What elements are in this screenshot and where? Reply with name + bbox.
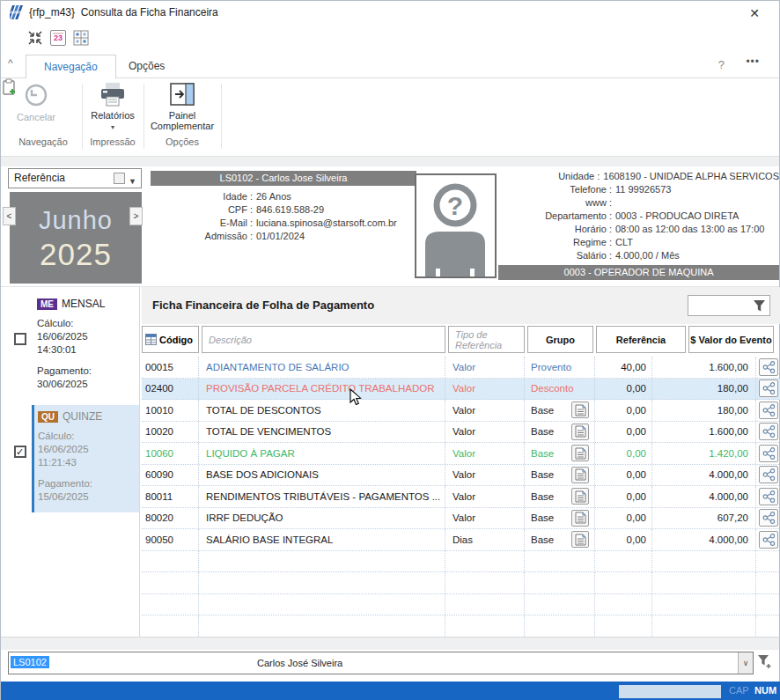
cell-codigo: 02400 — [142, 379, 199, 400]
share-icon[interactable] — [759, 531, 778, 549]
table-row[interactable]: 90050SALÁRIO BASE INTEGRALDiasBase0,004.… — [142, 529, 780, 551]
share-icon[interactable] — [759, 379, 778, 397]
cell-referencia: 0,00 — [595, 422, 652, 443]
period-body[interactable]: MEMENSALCálculo:16/06/202514:30:01Pagame… — [32, 292, 139, 400]
cancel-button[interactable]: Cancelar — [8, 82, 64, 122]
title-bar: {rfp_m43} Consulta da Ficha Financeira ✕ — [1, 1, 779, 24]
empty-cell — [445, 551, 525, 572]
share-icon[interactable] — [759, 445, 778, 462]
collapse-ribbon-icon[interactable] — [27, 30, 43, 46]
period-body[interactable]: QUQUINZECálculo:16/06/202511:21:43Pagame… — [32, 405, 139, 512]
calculator-icon[interactable] — [73, 30, 89, 46]
share-icon[interactable] — [759, 423, 778, 440]
grupo-label: Base — [531, 448, 554, 459]
collapse-panel-icon[interactable]: ^ — [8, 57, 13, 70]
period-item[interactable]: MEMENSALCálculo:16/06/202514:30:01Pagame… — [8, 292, 139, 400]
table-row[interactable]: 60090BASE DOS ADICIONAISValorBase0,004.0… — [142, 465, 780, 487]
document-icon[interactable] — [571, 531, 589, 548]
period-title: MEMENSAL — [37, 298, 136, 310]
table-row[interactable]: 02400PROVISÃO PARCELA CRÉDITO TRABALHADO… — [142, 379, 780, 401]
table-row[interactable]: 80011RENDIMENTOS TRIBUTÁVEIS - PAGAMENTO… — [142, 486, 780, 508]
cell-codigo: 60090 — [142, 465, 199, 486]
employee-field-label: Unidade : — [499, 170, 600, 183]
column-header-descricao[interactable]: Descrição — [202, 326, 445, 353]
cell-codigo: 10010 — [142, 400, 199, 421]
reports-button[interactable]: Relatórios ▾ — [87, 82, 138, 131]
more-options-icon[interactable]: ••• — [746, 55, 760, 68]
document-icon[interactable] — [571, 402, 589, 418]
help-icon[interactable]: ? — [718, 58, 725, 71]
table-empty-row — [142, 551, 780, 573]
document-icon[interactable] — [571, 467, 589, 483]
empty-cell — [199, 615, 445, 637]
caps-lock-indicator: CAP — [729, 685, 749, 696]
share-icon[interactable] — [759, 358, 778, 376]
employee-selector-combo[interactable]: LS0102 Carlos José Silveira ∨ — [8, 652, 754, 674]
column-header-valor[interactable]: $ Valor do Evento — [688, 326, 774, 353]
cancel-label: Cancelar — [17, 112, 55, 122]
period-checkbox-column — [8, 292, 32, 400]
cell-codigo: 10060 — [142, 443, 199, 464]
reports-label: Relatórios — [91, 110, 135, 121]
column-header-referencia[interactable]: Referência — [596, 326, 686, 353]
employee-field-label: www : — [499, 196, 612, 210]
document-icon[interactable] — [571, 510, 589, 527]
table-row[interactable]: 00015ADIANTAMENTO DE SALÁRIOValorProvent… — [142, 357, 780, 379]
employee-field-value: 1608190 - UNIDADE ALPHA SERVICOS — [603, 170, 779, 183]
table-filter-input[interactable] — [688, 295, 770, 316]
share-icon[interactable] — [759, 509, 778, 527]
calendar-icon[interactable]: 23 — [50, 30, 66, 46]
close-icon[interactable]: ✕ — [746, 4, 763, 22]
empty-cell — [199, 551, 445, 572]
person-silhouette-icon: ? — [416, 175, 495, 276]
period-calc-date: 16/06/2025 — [38, 443, 136, 456]
reference-month-panel: Junho 2025 — [10, 192, 142, 284]
table-row[interactable]: 80020IRRF DEDUÇÃOValorBase0,00607,20 — [142, 508, 780, 530]
period-item[interactable]: ✓QUQUINZECálculo:16/06/202511:21:43Pagam… — [8, 405, 139, 512]
column-header-tipo-referencia[interactable]: Tipo de Referência — [448, 326, 525, 353]
complementary-panel-button[interactable]: Painel Complementar — [147, 82, 217, 131]
document-icon[interactable] — [571, 445, 589, 461]
document-icon[interactable] — [571, 488, 589, 505]
combo-dropdown-icon[interactable]: ∨ — [738, 652, 753, 674]
column-header-codigo[interactable]: Código — [142, 326, 199, 353]
tab-opcoes[interactable]: Opções — [111, 55, 182, 79]
share-icon[interactable] — [759, 488, 778, 505]
cell-grupo: Base — [525, 486, 595, 507]
chevron-down-icon: ▼ — [129, 173, 136, 191]
empty-cell — [525, 572, 595, 593]
cell-valor: 1.420,00 — [652, 443, 756, 464]
employee-field-label: Salário : — [499, 249, 612, 262]
table-row[interactable]: 10010TOTAL DE DESCONTOSValorBase0,00180,… — [142, 400, 780, 422]
empty-cell — [756, 594, 780, 615]
table-row[interactable]: 10060LIQUIDO À PAGARValorBase0,001.420,0… — [142, 443, 780, 465]
document-icon[interactable] — [571, 424, 589, 440]
cell-grupo: Base — [525, 443, 595, 464]
panel-label-line2: Complementar — [151, 121, 214, 131]
share-icon[interactable] — [759, 466, 778, 483]
cell-tipo-referencia: Valor — [445, 422, 525, 443]
reference-calendar-icon — [114, 173, 125, 184]
cell-referencia: 0,00 — [595, 379, 652, 400]
status-bar: CAP NUM — [1, 682, 780, 700]
reference-dropdown[interactable]: Referência ▼ — [8, 168, 142, 188]
share-icon[interactable] — [759, 402, 778, 419]
period-checkbox[interactable] — [14, 333, 26, 345]
empty-cell — [445, 615, 525, 637]
cell-tipo-referencia: Valor — [445, 486, 525, 507]
main-area: MEMENSALCálculo:16/06/202514:30:01Pagame… — [1, 287, 779, 637]
app-window: {rfp_m43} Consulta da Ficha Financeira ✕… — [0, 0, 780, 700]
table-row[interactable]: 10020TOTAL DE VENCIMENTOSValorBase0,001.… — [142, 422, 780, 444]
tab-navegacao[interactable]: Navegação — [26, 55, 116, 79]
cell-valor: 4.000,00 — [652, 465, 756, 486]
cell-valor: 4.000,00 — [652, 486, 756, 507]
next-month-button[interactable]: > — [129, 207, 143, 225]
column-header-grupo[interactable]: Grupo — [527, 326, 593, 353]
ribbon-group-options: Opções — [147, 136, 217, 147]
table-empty-row — [142, 572, 780, 594]
filter-add-icon[interactable] — [757, 654, 773, 670]
previous-month-button[interactable]: < — [3, 207, 16, 225]
cell-grupo: Base — [525, 422, 595, 443]
cell-share — [756, 379, 780, 400]
period-checkbox[interactable]: ✓ — [14, 446, 26, 458]
